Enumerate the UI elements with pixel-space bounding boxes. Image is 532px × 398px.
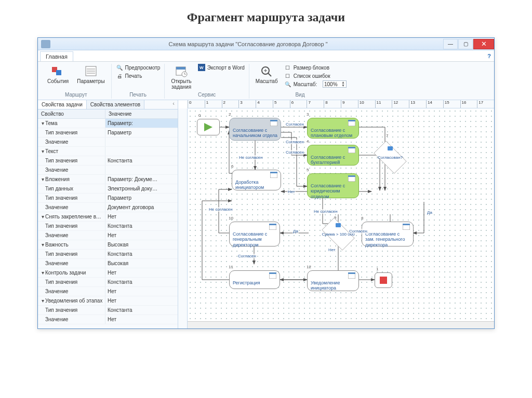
ruler-horizontal: 01234567891011121314151617 <box>188 100 494 108</box>
open-tasks-button[interactable]: Открыть задания <box>169 64 193 91</box>
tab-task-props[interactable]: Свойства задачи <box>38 100 87 109</box>
prop-row[interactable]: Тип значенияКонстанта <box>38 222 178 231</box>
svg-rect-18 <box>348 120 355 121</box>
params-label: Параметры <box>77 78 104 84</box>
edge-label: Согласен <box>349 229 368 234</box>
node-notify[interactable]: 12 Уведомление инициатора <box>307 270 359 291</box>
prop-row[interactable]: Тип значенияКонстанта <box>38 306 178 315</box>
prop-row[interactable]: Значение <box>38 166 178 175</box>
svg-rect-30 <box>269 272 276 274</box>
prop-group-row[interactable]: ▾ВажностьВысокая <box>38 240 178 250</box>
stop-icon <box>380 277 387 284</box>
group-view-label: Вид <box>254 92 347 98</box>
edge-label: Нет <box>328 248 336 252</box>
edge-label: Да <box>292 229 299 234</box>
prop-row[interactable]: ЗначениеНет <box>38 231 178 240</box>
diagram-canvas[interactable]: 0 2 Согласование с начальником отдела 3 … <box>188 108 494 328</box>
zoom-label: Масштаб <box>256 78 278 84</box>
prop-group-row[interactable]: ▾Снять закрепление вло…Нет <box>38 212 178 222</box>
node-approval-legal[interactable]: 5 Согласование с юридическим отделом <box>307 173 359 198</box>
prop-row[interactable]: Тип значенияПараметр <box>38 194 178 203</box>
side-panel: Свойства задачи Свойства элементов ‹ Сво… <box>38 100 178 328</box>
ribbon-group-service: Открыть задания WЭкспорт в Word Сервис <box>165 64 249 99</box>
scrollbar-horizontal[interactable] <box>188 321 494 328</box>
prop-row[interactable]: Тип значенияКонстанта <box>38 250 178 259</box>
edge-label: Да <box>427 210 433 215</box>
edge-label: Согласен <box>285 122 304 127</box>
preview-button[interactable]: 🔍Предпросмотр <box>116 64 161 71</box>
node-approval-general[interactable]: 10 Согласование с генеральным директором <box>229 222 280 246</box>
svg-rect-28 <box>269 224 276 225</box>
print-button[interactable]: 🖨Печать <box>116 72 161 79</box>
ribbon: События Параметры Маршрут 🔍Предпросмотр … <box>38 62 494 100</box>
minimize-button[interactable]: — <box>443 39 458 49</box>
node-registration[interactable]: 11 Регистрация <box>229 270 280 289</box>
node-approval-accounting[interactable]: 4 Согласование с бухгалтерией <box>307 145 359 166</box>
group-service-label: Сервис <box>169 92 244 98</box>
node-approval-deputy[interactable]: 8 Согласование с зам. генерального дирек… <box>362 222 414 246</box>
task-icon <box>348 120 355 126</box>
canvas-wrap: 01234567891011121314151617 <box>178 100 494 328</box>
ribbon-group-print: 🔍Предпросмотр 🖨Печать Печать <box>112 64 165 99</box>
close-button[interactable]: ✕ <box>473 39 494 49</box>
task-icon <box>270 120 277 126</box>
start-node[interactable]: 0 <box>197 119 220 135</box>
edge-label: Не согласен <box>208 207 233 212</box>
params-button[interactable]: Параметры <box>75 64 107 85</box>
prop-row[interactable]: Тип значенияПараметр <box>38 128 178 138</box>
page-title: Фрагмент маршрута задачи <box>16 10 516 24</box>
titlebar: Схема маршрута задачи "Согласование дого… <box>38 38 494 50</box>
maximize-button[interactable]: ▢ <box>458 39 473 49</box>
task-icon <box>403 224 410 230</box>
prop-row[interactable]: ЗначениеВысокая <box>38 259 178 268</box>
zoom-field: 🔍Масштаб: 100%▲▼ <box>284 80 347 88</box>
open-tasks-label: Открыть задания <box>171 78 191 90</box>
prop-group-row[interactable]: ▾Текст <box>38 147 178 156</box>
prop-row[interactable]: ЗначениеНет <box>38 315 178 324</box>
task-icon <box>270 172 277 178</box>
edge-label: Согласен <box>285 140 304 144</box>
help-icon[interactable]: ? <box>487 53 491 59</box>
edge-label: Согласен <box>237 254 257 258</box>
prop-row[interactable]: ЗначениеНет <box>38 287 178 296</box>
prop-row[interactable]: Тип данныхЭлектронный доку… <box>38 184 178 194</box>
task-icon <box>269 272 276 279</box>
prop-group-row[interactable]: ▾Уведомления об этапахНет <box>38 296 178 306</box>
prop-row[interactable]: Тип значенияКонстанта <box>38 156 178 166</box>
prop-row[interactable]: Тип значенияКонстанта <box>38 278 178 287</box>
node-rework[interactable]: 6 Доработка инициатором <box>232 170 281 190</box>
export-word-button[interactable]: WЭкспорт в Word <box>198 64 245 71</box>
events-button[interactable]: События <box>45 64 71 85</box>
task-icon <box>269 224 276 230</box>
svg-rect-1 <box>56 70 61 75</box>
tab-element-props[interactable]: Свойства элементов <box>87 100 144 109</box>
node-approval-head[interactable]: 2 Согласование с начальником отдела <box>229 118 281 141</box>
zoom-button[interactable]: Масштаб <box>254 64 280 85</box>
prop-row[interactable]: Значение <box>38 138 178 147</box>
ribbon-tabs: Главная ? <box>38 50 494 62</box>
errors-check[interactable]: ☐Список ошибок <box>284 72 347 79</box>
svg-rect-24 <box>270 172 277 173</box>
edge-label: Не согласен <box>313 209 338 214</box>
app-icon <box>41 40 50 48</box>
prop-row[interactable]: ЗначениеДокумент договора <box>38 203 178 212</box>
node-approval-plan[interactable]: 3 Согласование с плановым отделом <box>307 118 359 139</box>
property-grid[interactable]: Свойство Значение ▾ТемаПараметр:Тип знач… <box>38 109 178 328</box>
val-col-head: Значение <box>105 109 135 118</box>
prop-group-row[interactable]: ▾ВложенияПараметр: Докуме… <box>38 175 178 184</box>
task-icon <box>348 175 355 182</box>
svg-rect-16 <box>270 120 277 121</box>
zoom-spinbox[interactable]: 100%▲▼ <box>323 80 347 88</box>
collapse-panel-button[interactable]: ‹ <box>169 100 178 109</box>
prop-group-row[interactable]: ▾ТемаПараметр: <box>38 119 178 128</box>
svg-rect-32 <box>348 272 355 274</box>
edge-label: Согласен <box>285 150 304 155</box>
end-node[interactable]: 1 <box>375 272 392 288</box>
decision-approved[interactable]: 7 Согласован? <box>369 145 411 170</box>
svg-rect-22 <box>348 175 355 177</box>
decision-sum[interactable]: 9 Сумма > 100 000 <box>317 222 359 246</box>
blocksize-check[interactable]: ☐Размер блоков <box>284 64 347 71</box>
tab-main[interactable]: Главная <box>40 51 73 61</box>
svg-rect-20 <box>348 147 355 148</box>
prop-group-row[interactable]: ▾Контроль задачиНет <box>38 268 178 278</box>
